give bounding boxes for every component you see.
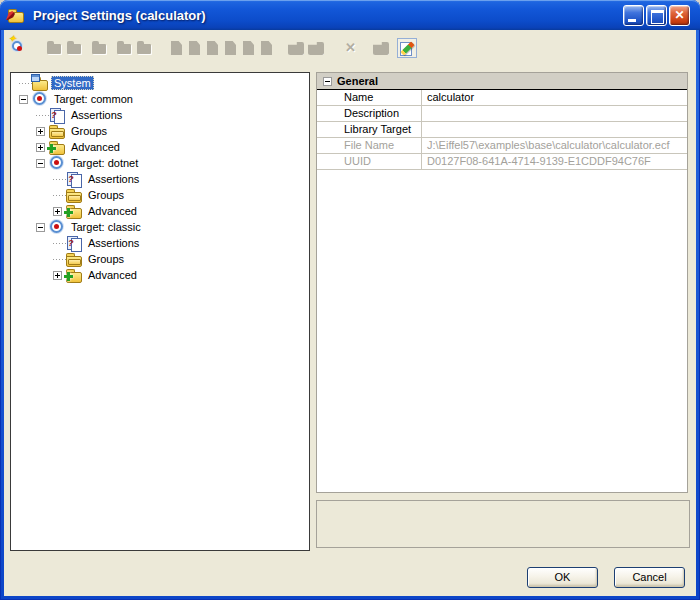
toolbar-button-tool-11-disabled[interactable] (239, 38, 259, 58)
project-settings-dialog: Project Settings (calculator) ✦ SystemTa… (0, 0, 700, 600)
tree-item-label[interactable]: Target: common (51, 92, 136, 106)
tree-item-system[interactable]: System (11, 75, 309, 91)
ok-button[interactable]: OK (527, 567, 598, 588)
project-settings-icon (8, 7, 24, 23)
assertions-icon (49, 107, 65, 123)
property-row-file-name[interactable]: File NameJ:\Eiffel57\examples\base\calcu… (317, 138, 687, 154)
tree-item-assertions[interactable]: Assertions (11, 235, 309, 251)
property-row-name[interactable]: Namecalculator (317, 90, 687, 106)
expander-minus-icon[interactable] (19, 91, 32, 107)
section-label: General (337, 75, 378, 87)
tree-item-label[interactable]: Advanced (85, 204, 140, 218)
property-value[interactable]: D0127F08-641A-4714-9139-E1CDDF94C76F (421, 154, 687, 169)
property-value[interactable] (421, 122, 687, 137)
tree-item-advanced[interactable]: Advanced (11, 267, 309, 283)
toolbar-button-tool-10-disabled[interactable] (221, 38, 241, 58)
property-value[interactable]: calculator (421, 90, 687, 105)
property-label[interactable]: UUID (337, 154, 421, 169)
groups-icon (49, 123, 65, 139)
description-panel (316, 500, 690, 548)
maximize-button-icon[interactable] (646, 5, 667, 26)
toolbar-button-tool-2-disabled[interactable] (45, 38, 65, 58)
target-icon (32, 91, 48, 107)
tree-item-label[interactable]: Target: dotnet (68, 156, 141, 170)
tree-line (53, 235, 66, 251)
row-gutter (317, 106, 337, 121)
toolbar-button-tool-4-disabled[interactable] (90, 38, 110, 58)
tree-item-target-common[interactable]: Target: common (11, 91, 309, 107)
tree-item-label[interactable]: Groups (85, 188, 127, 202)
target-icon (49, 219, 65, 235)
property-label[interactable]: File Name (337, 138, 421, 153)
tree-item-label[interactable]: Target: classic (68, 220, 144, 234)
minimize-button-icon[interactable] (623, 5, 644, 26)
tree-line (36, 107, 49, 123)
close-button-icon[interactable] (669, 5, 690, 26)
tree-item-target-dotnet[interactable]: Target: dotnet (11, 155, 309, 171)
property-label[interactable]: Description (337, 106, 421, 121)
advanced-icon (66, 203, 82, 219)
toolbar-button-tool-9-disabled[interactable] (203, 38, 223, 58)
tree-item-label[interactable]: System (51, 76, 94, 90)
tree-item-advanced[interactable]: Advanced (11, 203, 309, 219)
system-icon (32, 75, 48, 91)
toolbar-button-tool-14-disabled[interactable] (307, 38, 327, 58)
tree-item-label[interactable]: Assertions (68, 108, 125, 122)
property-rows: NamecalculatorDescriptionLibrary TargetF… (317, 90, 687, 170)
settings-tree[interactable]: SystemTarget: commonAssertionsGroupsAdva… (10, 72, 310, 551)
tree-item-groups[interactable]: Groups (11, 123, 309, 139)
toolbar-button-remove-disabled[interactable] (342, 38, 362, 58)
tree-item-groups[interactable]: Groups (11, 251, 309, 267)
cancel-button[interactable]: Cancel (614, 567, 685, 588)
row-gutter (317, 154, 337, 169)
advanced-icon (49, 139, 65, 155)
toolbar: ✦ (4, 30, 696, 66)
section-collapse-minus-icon[interactable] (323, 77, 332, 86)
toolbar-button-tool-3-disabled[interactable] (65, 38, 85, 58)
tree-item-label[interactable]: Groups (85, 252, 127, 266)
toolbar-button-tool-8-disabled[interactable] (185, 38, 205, 58)
toolbar-button-tool-13-disabled[interactable] (287, 38, 307, 58)
property-grid: General NamecalculatorDescriptionLibrary… (316, 72, 688, 493)
advanced-icon (66, 267, 82, 283)
toolbar-button-tool-16-disabled[interactable] (372, 38, 392, 58)
section-header-general[interactable]: General (317, 73, 687, 90)
assertions-icon (66, 235, 82, 251)
groups-icon (66, 187, 82, 203)
tree-line (53, 187, 66, 203)
property-row-uuid[interactable]: UUIDD0127F08-641A-4714-9139-E1CDDF94C76F (317, 154, 687, 170)
dialog-body: ✦ SystemTarget: commonAssertionsGroupsAd… (4, 30, 696, 596)
groups-icon (66, 251, 82, 267)
property-label[interactable]: Library Target (337, 122, 421, 137)
expander-minus-icon[interactable] (36, 219, 49, 235)
tree-item-label[interactable]: Assertions (85, 236, 142, 250)
row-gutter (317, 138, 337, 153)
tree-item-advanced[interactable]: Advanced (11, 139, 309, 155)
property-label[interactable]: Name (337, 90, 421, 105)
toolbar-button-tool-5-disabled[interactable] (115, 38, 135, 58)
tree-item-groups[interactable]: Groups (11, 187, 309, 203)
toolbar-button-tool-6-disabled[interactable] (135, 38, 155, 58)
expander-minus-icon[interactable] (36, 155, 49, 171)
toolbar-button-new-target[interactable]: ✦ (10, 38, 30, 58)
tree-item-assertions[interactable]: Assertions (11, 107, 309, 123)
toolbar-button-edit-file[interactable] (397, 38, 417, 58)
tree-line (53, 251, 66, 267)
row-gutter (317, 122, 337, 137)
toolbar-button-tool-7-disabled[interactable] (167, 38, 187, 58)
tree-item-label[interactable]: Groups (68, 124, 110, 138)
tree-item-label[interactable]: Advanced (85, 268, 140, 282)
tree-item-label[interactable]: Assertions (85, 172, 142, 186)
property-row-description[interactable]: Description (317, 106, 687, 122)
tree-item-assertions[interactable]: Assertions (11, 171, 309, 187)
property-value[interactable] (421, 106, 687, 121)
assertions-icon (66, 171, 82, 187)
window-controls (623, 5, 690, 26)
property-row-library-target[interactable]: Library Target (317, 122, 687, 138)
expander-plus-icon[interactable] (36, 123, 49, 139)
property-value[interactable]: J:\Eiffel57\examples\base\calculator\cal… (421, 138, 687, 153)
tree-item-target-classic[interactable]: Target: classic (11, 219, 309, 235)
tree-item-label[interactable]: Advanced (68, 140, 123, 154)
toolbar-button-tool-12-disabled[interactable] (257, 38, 277, 58)
titlebar[interactable]: Project Settings (calculator) (0, 0, 700, 30)
